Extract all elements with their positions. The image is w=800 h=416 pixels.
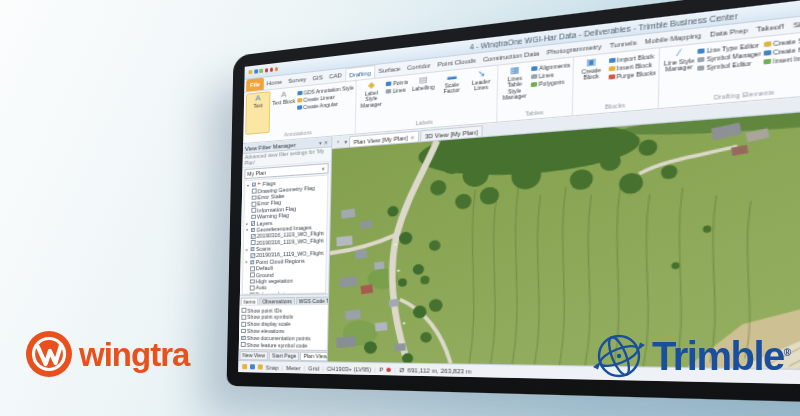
wingtra-mark-icon [26,331,72,377]
option-row: Show documentation points [241,334,325,341]
save-icon [248,70,252,74]
view-filter-manager-panel: View Filter Manager ▾ ✕ Advanced view fi… [239,137,333,362]
hatch-icon [764,50,771,56]
text-block-button[interactable]: AText Block [272,88,296,132]
unit-indicator[interactable]: Meter [286,364,301,370]
panel-close-icon[interactable]: ✕ [323,138,330,145]
view-icon[interactable] [250,364,255,369]
symbol-manager-icon [698,57,704,63]
start-page-tab[interactable]: Start Page [269,351,300,361]
lines-table-style-manager-button[interactable]: ▦Lines Table Style Manager [500,63,529,112]
label-style-manager-button[interactable]: ◆Label Style Manager [358,79,384,125]
ribbon-tab-cad[interactable]: CAD [326,68,345,83]
ribbon-group-tables: ▦Lines Table Style Manager Alignments Li… [498,57,575,121]
quick-access-toolbar[interactable] [248,67,278,74]
trimble-globe-icon [592,329,646,383]
flag-icon [257,182,261,186]
grid-toggle[interactable]: Grid [308,365,319,371]
ribbon-group-annotations: AText AText Block GDS Annotation Style C… [243,81,357,143]
redo-icon [259,69,263,74]
wingtra-wordmark: wingtra [79,338,189,371]
lines-table-icon [531,74,537,80]
new-view-icon[interactable]: ＋ [334,138,342,146]
chevron-down-icon: ▼ [321,166,326,172]
projection-indicator: P [379,366,383,372]
record-icon [265,68,269,72]
new-view-button[interactable]: New View [240,350,268,359]
linear-dimension-icon [297,98,302,103]
trimble-logo: Trimble® [592,329,790,383]
snap-toggle[interactable]: Snap [266,364,279,370]
line-type-icon [698,48,704,54]
polygons-icon [531,82,537,88]
layer-icon[interactable] [242,364,247,369]
purge-blocks-icon [609,74,615,80]
import-block-icon [609,57,615,63]
flag-icon [269,68,273,72]
coordinate-system[interactable]: CH1903+ (LV95) [327,365,371,372]
record-status-icon [387,367,391,371]
wingtra-logo: wingtra [26,331,189,377]
annotation-style-icon [297,91,302,96]
option-row: Show elevations [241,327,325,334]
cursor-coordinates: 691,112 m, 263,823 m [407,366,471,374]
ribbon-tab-gis[interactable]: GIS [309,71,326,85]
leader-lines-button[interactable]: ↘Leader Lines [467,67,495,115]
lines-icon [386,89,391,94]
option-row: Show display scale [241,320,325,327]
select-icon[interactable] [258,364,263,369]
option-row: Show feature symbol code [241,341,325,349]
image-icon [764,58,771,64]
view-filter-tree[interactable]: ▾Flags Drawing Geometry Flag Error Stake… [242,174,329,294]
points-icon [386,81,391,86]
trimble-wordmark: Trimble® [652,336,790,376]
insert-block-icon [609,66,615,72]
lines-button[interactable]: Lines [386,86,408,95]
close-icon[interactable]: ✕ [410,134,415,141]
stage: 4 - WingtraOne WGI-Har Data - Deliverabl… [0,0,800,416]
create-block-button[interactable]: ▣Create Block [576,55,607,106]
undo-icon [254,69,258,73]
diameter-symbol: Ø [399,366,404,373]
symbol-editor-icon [698,65,704,71]
scale-bar-icon [764,41,771,47]
ribbon-tab-file[interactable]: File [246,78,264,92]
ribbon-group-blocks: ▣Create Block Import Block Insert Block … [573,48,661,115]
registered-mark: ® [784,347,790,358]
plan-view-tab[interactable]: Plan View [300,351,330,361]
alignments-icon [532,66,538,72]
alert-icon [274,67,278,71]
scale-factor-button[interactable]: ▬Scale Factor [438,70,466,118]
dock-icon[interactable]: ▾ [343,138,348,145]
line-style-manager-button[interactable]: ∕Line Style Manager [663,46,696,99]
display-options: Show point IDs Show point symbols Show d… [239,304,328,350]
text-button[interactable]: AText [245,91,270,135]
ribbon-tab-home[interactable]: Home [264,75,286,90]
labelling-button[interactable]: ▤Labelling [410,73,437,120]
angular-dimension-icon [297,105,302,110]
